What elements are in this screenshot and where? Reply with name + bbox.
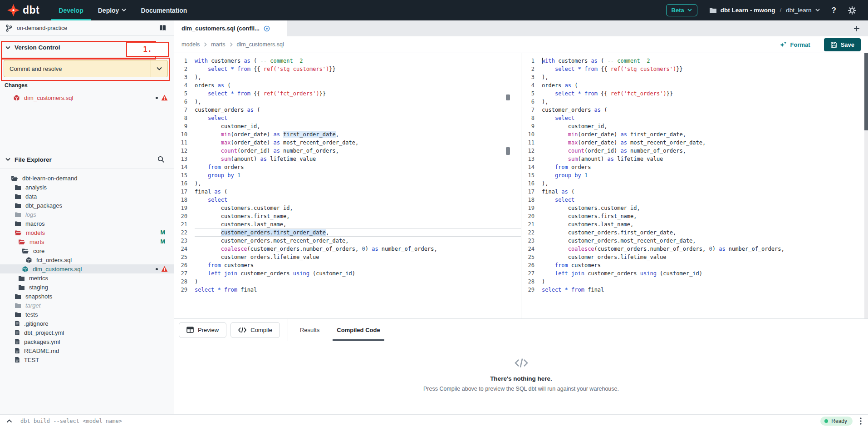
code-line[interactable]: 11 max(order_date) as most_recent_order_… [174, 139, 521, 147]
dbt-logo[interactable]: dbt [0, 0, 51, 20]
code-line[interactable]: 11 max(order_date) as most_recent_order_… [521, 139, 868, 147]
nav-documentation[interactable]: Documentation [133, 0, 194, 20]
code-line[interactable]: 29select * from final [174, 286, 521, 294]
tree-item-metrics[interactable]: metrics [0, 273, 174, 283]
nav-develop[interactable]: Develop [51, 0, 90, 20]
tree-item-snapshots[interactable]: snapshots [0, 292, 174, 301]
breadcrumb-models[interactable]: models [181, 41, 200, 48]
code-line[interactable]: 19 customers.customer_id, [521, 204, 868, 212]
tree-item-dbt_packages[interactable]: dbt_packages [0, 201, 174, 210]
code-line[interactable]: 9 customer_id, [174, 122, 521, 130]
settings-gear-icon[interactable] [848, 6, 856, 15]
code-line[interactable]: 3), [174, 73, 521, 81]
code-line[interactable]: 17final as ( [521, 188, 868, 196]
commit-and-resolve-button[interactable]: Commit and resolve [4, 60, 168, 77]
tree-item-logs[interactable]: logs [0, 210, 174, 219]
tree-item-macros[interactable]: macros [0, 219, 174, 228]
code-line[interactable]: 6), [521, 98, 868, 106]
code-line[interactable]: 29select * from final [521, 286, 868, 294]
code-line[interactable]: 2 select * from {{ ref('stg_customers')}… [174, 65, 521, 73]
tree-item-target[interactable]: target [0, 301, 174, 310]
code-line[interactable]: 16), [521, 179, 868, 188]
code-line[interactable]: 28) [174, 278, 521, 286]
code-line[interactable]: 10 min(order_date) as first_order_date, [174, 130, 521, 139]
code-line[interactable]: 25 customer_orders.lifetime_value [521, 253, 868, 261]
tree-item-models[interactable]: modelsM [0, 228, 174, 237]
code-line[interactable]: 26 from customers [174, 261, 521, 269]
code-line[interactable]: 15 group by 1 [174, 171, 521, 179]
code-line[interactable]: 12 count(order_id) as number_of_orders, [521, 147, 868, 155]
tree-item-tests[interactable]: tests [0, 310, 174, 319]
chevron-up-icon[interactable] [6, 419, 12, 423]
kebab-menu-icon[interactable] [860, 417, 862, 425]
code-line[interactable]: 23 customer_orders.most_recent_order_dat… [521, 237, 868, 245]
tree-item-data[interactable]: data [0, 192, 174, 201]
code-line[interactable]: 7customer_orders as ( [521, 106, 868, 114]
code-line[interactable]: 8 select [174, 114, 521, 122]
code-line[interactable]: 9 customer_id, [521, 122, 868, 130]
code-line[interactable]: 24 coalesce(customer_orders.number_of_or… [521, 245, 868, 253]
code-line[interactable]: 18 select [521, 196, 868, 204]
commit-dropdown-caret[interactable] [151, 60, 167, 77]
code-line[interactable]: 13 sum(amount) as lifetime_value [521, 155, 868, 163]
code-line[interactable]: 20 customers.first_name, [521, 212, 868, 220]
code-line[interactable]: 14 from orders [521, 163, 868, 171]
code-line[interactable]: 24 coalesce(customer_orders.number_of_or… [174, 245, 521, 253]
code-editor-left[interactable]: 1with customers as ( -- comment 22 selec… [174, 53, 521, 318]
docs-book-icon[interactable] [159, 25, 167, 31]
code-line[interactable]: 5 select * from {{ ref('fct_orders')}} [521, 89, 868, 98]
code-line[interactable]: 13 sum(amount) as lifetime_value [174, 155, 521, 163]
code-editor-right[interactable]: 1with customers as ( -- comment 22 selec… [521, 53, 868, 318]
search-icon[interactable] [157, 156, 165, 163]
code-line[interactable]: 22 customer_orders.first_order_date, [521, 228, 868, 237]
project-switcher[interactable]: dbt Learn - mwong / dbt_learn [709, 7, 820, 14]
tree-item-analysis[interactable]: analysis [0, 183, 174, 192]
scrollbar-thumb[interactable] [506, 147, 510, 155]
compile-button[interactable]: Compile [230, 322, 280, 338]
code-line[interactable]: 7customer_orders as ( [174, 106, 521, 114]
tree-item-fct_orders.sql[interactable]: fct_orders.sql [0, 255, 174, 264]
scrollbar-track[interactable] [864, 53, 868, 318]
tree-item-README.md[interactable]: README.md [0, 346, 174, 355]
save-button[interactable]: Save [824, 38, 861, 51]
tree-item-dbt-learn-on-demand[interactable]: dbt-learn-on-demand [0, 174, 174, 183]
file-explorer-header[interactable]: File Explorer [5, 156, 174, 163]
code-line[interactable]: 26 from customers [521, 261, 868, 269]
breadcrumb-marts[interactable]: marts [211, 41, 225, 48]
code-line[interactable]: 14 from orders [174, 163, 521, 171]
tree-item-packages.yml[interactable]: packages.yml [0, 337, 174, 346]
command-input[interactable]: dbt build --select <model_name> [20, 418, 122, 424]
code-line[interactable]: 12 count(order_id) as number_of_orders, [174, 147, 521, 155]
new-tab-plus-icon[interactable] [853, 20, 860, 36]
tree-item-dim_customers.sql[interactable]: dim_customers.sql [0, 264, 174, 273]
version-control-header[interactable]: Version Control [5, 44, 60, 51]
code-line[interactable]: 23 customer_orders.most_recent_order_dat… [174, 237, 521, 245]
breadcrumb-file[interactable]: dim_customers.sql [237, 41, 284, 48]
nav-deploy[interactable]: Deploy [91, 0, 134, 20]
code-line[interactable]: 6), [174, 98, 521, 106]
branch-selector[interactable]: on-demand-practice [0, 20, 174, 36]
code-line[interactable]: 16), [174, 179, 521, 188]
code-line[interactable]: 2 select * from {{ ref('stg_customers')}… [521, 65, 868, 73]
code-line[interactable]: 18 select [174, 196, 521, 204]
code-line[interactable]: 1with customers as ( -- comment 2 [521, 57, 868, 65]
tree-item-TEST[interactable]: TEST [0, 355, 174, 364]
code-line[interactable]: 10 min(order_date) as first_order_date, [521, 130, 868, 139]
code-line[interactable]: 20 customers.first_name, [174, 212, 521, 220]
changed-file-dim-customers[interactable]: dim_customers.sql [0, 92, 174, 103]
beta-dropdown[interactable]: Beta [666, 4, 697, 16]
code-line[interactable]: 4orders as ( [174, 81, 521, 89]
code-line[interactable]: 19 customers.customer_id, [174, 204, 521, 212]
tree-item-.gitignore[interactable]: .gitignore [0, 319, 174, 328]
tree-item-marts[interactable]: martsM [0, 237, 174, 246]
preview-button[interactable]: Preview [179, 322, 226, 338]
code-line[interactable]: 22 customer_orders.first_order_date, [174, 228, 521, 237]
format-button[interactable]: Format [780, 41, 810, 48]
code-line[interactable]: 5 select * from {{ ref('fct_orders')}} [174, 89, 521, 98]
code-line[interactable]: 3), [521, 73, 868, 81]
code-line[interactable]: 25 customer_orders.lifetime_value [174, 253, 521, 261]
tab-compiled-code[interactable]: Compiled Code [337, 319, 380, 341]
code-line[interactable]: 15 group by 1 [521, 171, 868, 179]
code-line[interactable]: 27 left join customer_orders using (cust… [521, 269, 868, 278]
help-icon[interactable]: ? [832, 6, 836, 15]
